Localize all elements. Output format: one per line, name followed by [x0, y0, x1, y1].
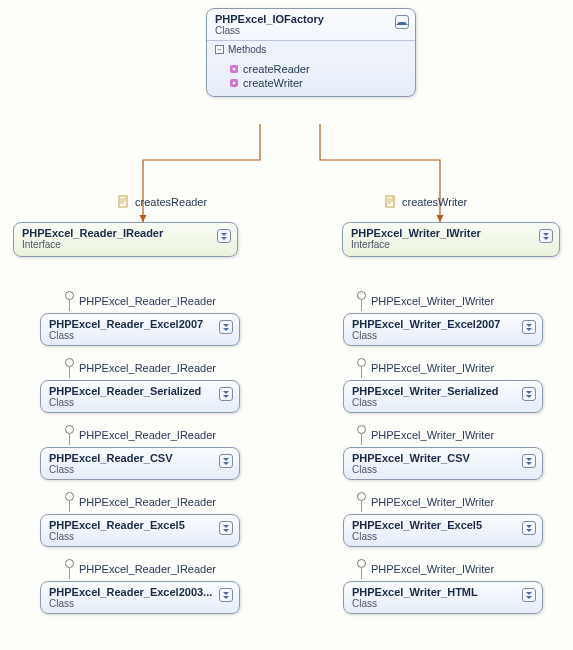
method-icon — [229, 64, 239, 74]
class-title: PHPExcel_Reader_CSV — [49, 452, 231, 464]
interface-link-label: PHPExcel_Reader_IReader — [79, 496, 216, 508]
interface-type: Interface — [351, 239, 551, 250]
interface-link-label: PHPExcel_Writer_IWriter — [371, 563, 494, 575]
class-type: Class — [352, 397, 534, 408]
interface-lollipop-link: PHPExcel_Reader_IReader — [63, 559, 216, 579]
interface-link-label: PHPExcel_Reader_IReader — [79, 295, 216, 307]
expand-icon[interactable] — [522, 588, 536, 602]
svg-point-3 — [233, 82, 236, 85]
class-type: Class — [49, 330, 231, 341]
class-title: PHPExcel_Writer_Excel2007 — [352, 318, 534, 330]
interface-link-label: PHPExcel_Writer_IWriter — [371, 496, 494, 508]
methods-label: Methods — [228, 44, 266, 55]
interface-link-label: PHPExcel_Reader_IReader — [79, 429, 216, 441]
edge-text: createsReader — [135, 196, 207, 208]
method-item[interactable]: createWriter — [229, 76, 407, 90]
expand-icon[interactable] — [522, 454, 536, 468]
interface-lollipop-link: PHPExcel_Reader_IReader — [63, 358, 216, 378]
class-type: Class — [352, 330, 534, 341]
class-type: Class — [49, 531, 231, 542]
interface-link-label: PHPExcel_Reader_IReader — [79, 563, 216, 575]
class-box: PHPExcel_Reader_Excel2003...Class — [40, 581, 240, 614]
lollipop-icon — [355, 559, 367, 579]
class-box: PHPExcel_Writer_Excel5Class — [343, 514, 543, 547]
interface-link-label: PHPExcel_Writer_IWriter — [371, 362, 494, 374]
lollipop-icon — [355, 291, 367, 311]
edge-text: createsWriter — [402, 196, 467, 208]
class-title: PHPExcel_Writer_Serialized — [352, 385, 534, 397]
lollipop-icon — [355, 358, 367, 378]
class-box: PHPExcel_Reader_CSVClass — [40, 447, 240, 480]
method-icon — [229, 78, 239, 88]
class-title: PHPExcel_Writer_CSV — [352, 452, 534, 464]
class-title: PHPExcel_IOFactory — [215, 13, 407, 25]
method-name: createWriter — [243, 77, 303, 89]
class-box: PHPExcel_Reader_Excel2007Class — [40, 313, 240, 346]
interface-lollipop-link: PHPExcel_Writer_IWriter — [355, 291, 494, 311]
expand-icon[interactable] — [219, 588, 233, 602]
expand-icon[interactable] — [522, 521, 536, 535]
class-type: Class — [215, 25, 407, 36]
class-title: PHPExcel_Reader_Excel2007 — [49, 318, 231, 330]
collapse-icon[interactable] — [395, 15, 409, 29]
class-box: PHPExcel_Writer_CSVClass — [343, 447, 543, 480]
expand-icon[interactable] — [219, 387, 233, 401]
method-item[interactable]: createReader — [229, 62, 407, 76]
class-box-iofactory: PHPExcel_IOFactory Class − Methods creat… — [206, 8, 416, 97]
class-box: PHPExcel_Reader_Excel5Class — [40, 514, 240, 547]
lollipop-icon — [63, 559, 75, 579]
lollipop-icon — [63, 492, 75, 512]
interface-box-reader: PHPExcel_Reader_IReader Interface — [13, 222, 238, 257]
interface-lollipop-link: PHPExcel_Reader_IReader — [63, 291, 216, 311]
interface-box-writer: PHPExcel_Writer_IWriter Interface — [342, 222, 560, 257]
minus-icon: − — [215, 45, 224, 54]
document-icon — [384, 195, 398, 209]
edge-label-creates-writer: createsWriter — [384, 195, 467, 209]
expand-icon[interactable] — [217, 229, 231, 243]
expand-icon[interactable] — [219, 454, 233, 468]
class-title: PHPExcel_Writer_Excel5 — [352, 519, 534, 531]
class-title: PHPExcel_Reader_Excel5 — [49, 519, 231, 531]
class-box: PHPExcel_Reader_SerializedClass — [40, 380, 240, 413]
class-type: Class — [49, 397, 231, 408]
expand-icon[interactable] — [219, 320, 233, 334]
interface-lollipop-link: PHPExcel_Reader_IReader — [63, 492, 216, 512]
edge-label-creates-reader: createsReader — [117, 195, 207, 209]
expand-icon[interactable] — [539, 229, 553, 243]
expand-icon[interactable] — [219, 521, 233, 535]
class-type: Class — [352, 464, 534, 475]
methods-section-header[interactable]: − Methods — [207, 41, 415, 58]
lollipop-icon — [63, 425, 75, 445]
interface-link-label: PHPExcel_Writer_IWriter — [371, 429, 494, 441]
expand-icon[interactable] — [522, 320, 536, 334]
class-title: PHPExcel_Reader_Serialized — [49, 385, 231, 397]
interface-lollipop-link: PHPExcel_Writer_IWriter — [355, 358, 494, 378]
class-type: Class — [352, 598, 534, 609]
interface-lollipop-link: PHPExcel_Writer_IWriter — [355, 559, 494, 579]
lollipop-icon — [355, 425, 367, 445]
interface-lollipop-link: PHPExcel_Writer_IWriter — [355, 425, 494, 445]
interface-link-label: PHPExcel_Reader_IReader — [79, 362, 216, 374]
expand-icon[interactable] — [522, 387, 536, 401]
interface-link-label: PHPExcel_Writer_IWriter — [371, 295, 494, 307]
interface-title: PHPExcel_Reader_IReader — [22, 227, 229, 239]
class-box: PHPExcel_Writer_HTMLClass — [343, 581, 543, 614]
class-type: Class — [49, 464, 231, 475]
svg-point-1 — [233, 68, 236, 71]
class-title: PHPExcel_Reader_Excel2003... — [49, 586, 231, 598]
method-name: createReader — [243, 63, 310, 75]
interface-title: PHPExcel_Writer_IWriter — [351, 227, 551, 239]
class-type: Class — [352, 531, 534, 542]
lollipop-icon — [63, 358, 75, 378]
class-title: PHPExcel_Writer_HTML — [352, 586, 534, 598]
lollipop-icon — [63, 291, 75, 311]
document-icon — [117, 195, 131, 209]
class-box: PHPExcel_Writer_SerializedClass — [343, 380, 543, 413]
class-box: PHPExcel_Writer_Excel2007Class — [343, 313, 543, 346]
lollipop-icon — [355, 492, 367, 512]
interface-lollipop-link: PHPExcel_Writer_IWriter — [355, 492, 494, 512]
class-type: Class — [49, 598, 231, 609]
interface-type: Interface — [22, 239, 229, 250]
interface-lollipop-link: PHPExcel_Reader_IReader — [63, 425, 216, 445]
